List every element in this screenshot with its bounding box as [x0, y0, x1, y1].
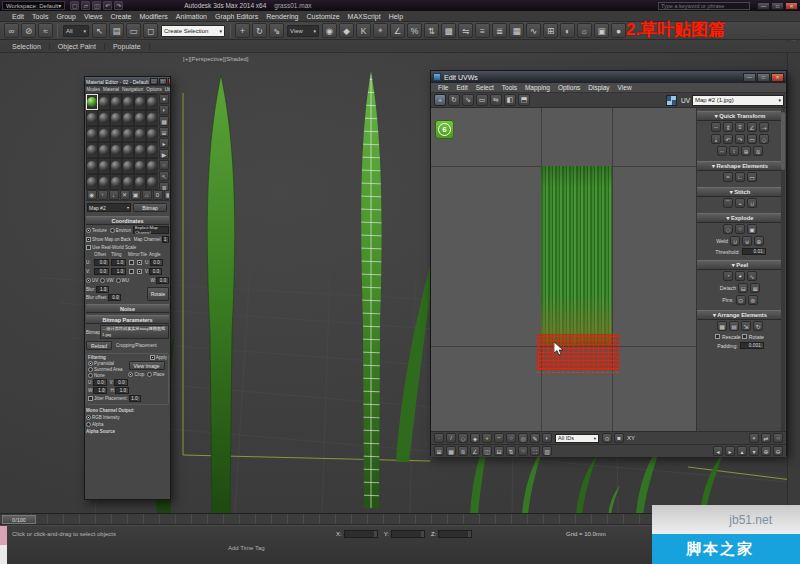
reset-map-icon[interactable]: ✕ — [120, 190, 130, 200]
uvw-menu-select[interactable]: Select — [472, 84, 498, 91]
menu-tools[interactable]: Tools — [28, 13, 52, 20]
viewport-label[interactable]: [+][Perspective][Shaded] — [183, 56, 249, 62]
v-offset-field[interactable]: 0.0 — [94, 268, 109, 275]
unpin-icon[interactable]: ⊚ — [748, 295, 758, 305]
me-menu-utilities[interactable]: Utilities — [163, 87, 170, 92]
command-panel-edge[interactable] — [787, 22, 800, 513]
material-slot[interactable] — [110, 142, 122, 158]
make-preview-icon[interactable]: ▶ — [159, 149, 169, 159]
select-and-rotate-icon[interactable]: ↻ — [252, 23, 267, 38]
rescale-checkbox[interactable] — [715, 334, 720, 339]
align-vertical-icon[interactable]: ⇕ — [723, 122, 733, 132]
uvw-menu-mapping[interactable]: Mapping — [521, 84, 554, 91]
map-channel-field[interactable]: 1 — [162, 236, 169, 243]
material-slot[interactable] — [122, 158, 134, 174]
time-slider-handle[interactable]: 0/100 — [2, 515, 36, 524]
material-slot[interactable] — [110, 94, 122, 110]
material-slot[interactable] — [110, 126, 122, 142]
tile-bitmap-icon[interactable]: ∷ — [530, 446, 540, 456]
rollout-header-explode[interactable]: ▾ Explode — [697, 213, 783, 223]
v-tile-checkbox[interactable] — [137, 269, 142, 274]
zoom-region-icon[interactable]: ▴ — [737, 446, 747, 456]
v-tiling-field[interactable]: 1.0 — [111, 268, 126, 275]
padding-field[interactable]: 0.001 — [740, 342, 764, 349]
menu-animation[interactable]: Animation — [172, 13, 211, 20]
maximize-button[interactable]: □ — [757, 73, 770, 82]
falloff-angle-icon[interactable]: ∠ — [470, 446, 480, 456]
material-slot[interactable] — [98, 158, 110, 174]
material-slot[interactable] — [98, 142, 110, 158]
shrink-selection-icon[interactable]: − — [494, 433, 504, 443]
soft-selection-icon[interactable]: ≋ — [458, 446, 468, 456]
summed-area-radio[interactable] — [88, 367, 93, 372]
material-slot[interactable] — [134, 94, 146, 110]
select-ring-icon[interactable]: ◎ — [518, 433, 528, 443]
none-filter-radio[interactable] — [88, 373, 93, 378]
rollout-header-arrange-elements[interactable]: ▾ Arrange Elements — [697, 310, 783, 320]
flatten-by-polygon-icon[interactable]: ◇ — [723, 224, 733, 234]
menu-graph-editors[interactable]: Graph Editors — [211, 13, 262, 20]
minimize-button[interactable]: — — [757, 2, 770, 10]
wu-radio[interactable] — [116, 278, 121, 283]
hide-selected-icon[interactable]: ⊟ — [494, 446, 504, 456]
uvw-menu-tools[interactable]: Tools — [498, 84, 521, 91]
bitmap-path-button[interactable]: …设计类培训真实草easy建模教程1.jpg — [100, 325, 169, 339]
rollout-header-peel[interactable]: ▾ Peel — [697, 260, 783, 270]
flip-vertical-icon[interactable]: ⬒ — [518, 94, 530, 106]
move-uv-icon[interactable]: + — [434, 94, 446, 106]
checker-pattern-icon[interactable] — [666, 95, 677, 106]
menu-group[interactable]: Group — [52, 13, 79, 20]
material-slot[interactable] — [134, 174, 146, 190]
crop-w-field[interactable]: 1.0 — [93, 387, 107, 394]
show-map-in-viewport-icon[interactable]: ▦ — [164, 190, 170, 200]
straighten-selection-icon[interactable]: ∟ — [735, 172, 745, 182]
align-to-edge-icon[interactable]: ∠ — [747, 122, 757, 132]
space-vertical-icon[interactable]: ⇣ — [711, 134, 721, 144]
edge-sub-object-icon[interactable]: / — [446, 433, 456, 443]
uv-editor-canvas[interactable]: 6 — [431, 108, 696, 431]
u-angle-field[interactable]: 0.0 — [150, 259, 163, 266]
material-slot[interactable] — [134, 110, 146, 126]
grass-blade[interactable] — [576, 453, 598, 513]
rgb-intensity-radio[interactable] — [86, 415, 91, 420]
material-slot[interactable] — [134, 158, 146, 174]
curve-editor-icon[interactable]: ∿ — [526, 23, 541, 38]
weld-selected-icon[interactable]: ⊎ — [742, 236, 752, 246]
workspace-dropdown[interactable]: Workspace: Default▾ — [2, 1, 65, 10]
align-horizontal-icon[interactable]: ⇔ — [711, 122, 721, 132]
y-coordinate-field[interactable] — [391, 530, 425, 538]
texture-map-dropdown[interactable]: Map #2 (1.jpg)▾ — [692, 95, 784, 106]
make-material-copy-icon[interactable]: ▣ — [131, 190, 141, 200]
uvw-menu-edit[interactable]: Edit — [452, 84, 471, 91]
w-angle-field[interactable]: 0.0 — [156, 277, 169, 284]
snap-toggle-icon[interactable]: ⌖ — [749, 433, 759, 443]
percent-snap-icon[interactable]: % — [407, 23, 422, 38]
blur-offset-field[interactable]: 0.0 — [108, 294, 121, 301]
menu-customize[interactable]: Customize — [302, 13, 343, 20]
open-file-icon[interactable]: ▱ — [81, 1, 90, 10]
material-slot[interactable] — [110, 174, 122, 190]
material-slot[interactable] — [86, 142, 98, 158]
selection-filter-dropdown[interactable]: All▾ — [63, 25, 89, 37]
coordinates-rollout-header[interactable]: Coordinates — [86, 216, 169, 225]
scrollbar-thumb[interactable] — [781, 112, 785, 170]
material-slot[interactable] — [122, 126, 134, 142]
mirror-icon[interactable]: ⇋ — [458, 23, 473, 38]
material-slot[interactable] — [98, 174, 110, 190]
edit-named-selection-sets-icon[interactable]: ▩ — [441, 23, 456, 38]
quick-peel-icon[interactable]: ◔ — [723, 271, 733, 281]
mirror-uv-icon[interactable]: ⇋ — [490, 94, 502, 106]
flatten-by-material-icon[interactable]: ▣ — [747, 224, 757, 234]
layer-manager-icon[interactable]: ≣ — [492, 23, 507, 38]
me-menu-modes[interactable]: Modes — [85, 87, 102, 92]
place-radio[interactable] — [147, 372, 152, 377]
jitter-field[interactable]: 1.0 — [129, 395, 141, 402]
zoom-in-icon[interactable]: ⊕ — [761, 446, 771, 456]
select-and-move-icon[interactable]: + — [235, 23, 250, 38]
render-setup-icon[interactable]: ☼ — [577, 23, 592, 38]
menu-help[interactable]: Help — [385, 13, 407, 20]
new-scene-icon[interactable]: ▢ — [70, 1, 79, 10]
material-slot[interactable] — [110, 158, 122, 174]
ribbon-tab-selection[interactable]: Selection — [4, 43, 50, 50]
map-type-button[interactable]: Bitmap — [133, 203, 167, 212]
